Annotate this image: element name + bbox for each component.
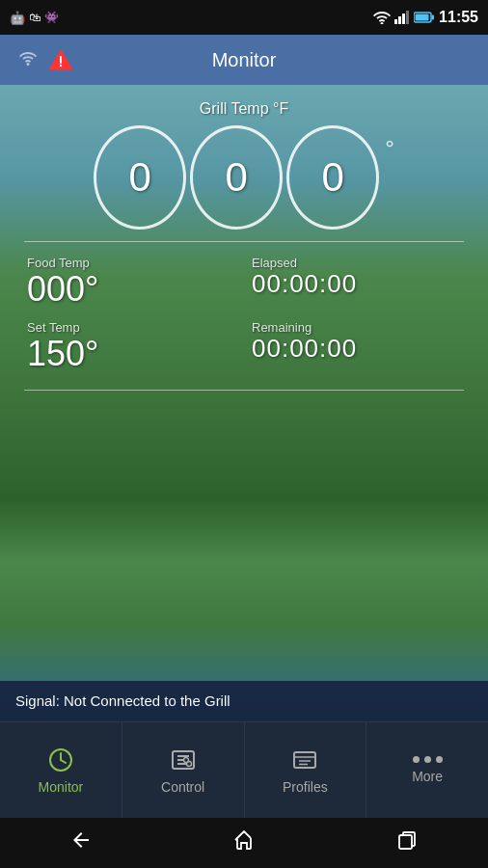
profiles-icon (291, 746, 318, 773)
more-label: More (412, 769, 443, 784)
app-bar-left-icons (15, 48, 73, 71)
warning-icon (48, 48, 73, 71)
status-icons-right: 11:55 (373, 9, 478, 26)
app-bar: Monitor (0, 35, 488, 85)
grill-temp-display: Grill Temp °F 0 0 0 ° (0, 85, 488, 230)
nav-item-more[interactable]: More (366, 722, 488, 818)
bottom-nav: Monitor Control Profiles More (0, 721, 488, 818)
remaining-label: Remaining (252, 320, 461, 335)
grill-temp-value: 0 0 0 ° (94, 125, 394, 230)
svg-rect-2 (398, 16, 401, 24)
battery-status-icon (414, 12, 435, 23)
svg-rect-6 (432, 15, 435, 20)
app-title: Monitor (212, 49, 277, 71)
dot-2 (424, 756, 431, 763)
monitor-label: Monitor (39, 779, 84, 795)
svg-rect-19 (294, 752, 315, 768)
nav-item-profiles[interactable]: Profiles (245, 722, 367, 818)
temp-digit-3: 0 (286, 125, 379, 230)
dot-3 (436, 756, 443, 763)
remaining-value: 00:00:00 (252, 335, 461, 363)
divider-2 (24, 390, 463, 391)
more-icon (413, 756, 443, 763)
food-temp-label: Food Temp (27, 256, 236, 270)
nav-item-monitor[interactable]: Monitor (0, 722, 122, 818)
nav-item-control[interactable]: Control (122, 722, 245, 818)
svg-rect-4 (406, 11, 409, 24)
signal-bar: Signal: Not Connected to the Grill (0, 681, 488, 721)
remaining-stat: Remaining 00:00:00 (244, 314, 469, 379)
svg-point-0 (381, 22, 384, 24)
temp-digit-2: 0 (190, 125, 283, 230)
elapsed-stat: Elapsed 00:00:00 (244, 250, 469, 314)
food-temp-value: 000° (27, 270, 236, 309)
temp-digit-1: 0 (94, 125, 186, 230)
stats-grid: Food Temp 000° Elapsed 00:00:00 Set Temp… (0, 242, 488, 386)
svg-rect-7 (416, 14, 429, 21)
svg-line-12 (61, 760, 66, 763)
back-button[interactable] (62, 821, 100, 865)
svg-rect-23 (399, 835, 412, 849)
elapsed-label: Elapsed (252, 256, 461, 270)
svg-rect-1 (394, 19, 397, 24)
recent-apps-button[interactable] (388, 821, 426, 865)
svg-point-9 (60, 65, 62, 67)
profiles-label: Profiles (283, 779, 328, 795)
set-temp-label: Set Temp (27, 320, 236, 335)
grill-temp-label: Grill Temp °F (200, 100, 288, 118)
wifi-off-icon (15, 49, 41, 70)
control-icon (170, 746, 197, 773)
signal-status-text: Signal: Not Connected to the Grill (15, 692, 230, 709)
control-label: Control (161, 779, 204, 795)
wifi-status-icon (373, 11, 391, 24)
status-bar: 🤖 🛍 👾 11:55 (0, 0, 488, 35)
food-temp-stat: Food Temp 000° (19, 250, 244, 314)
svg-point-8 (27, 63, 30, 66)
home-button[interactable] (225, 821, 263, 865)
grill-degree-symbol: ° (385, 135, 394, 162)
main-content: Grill Temp °F 0 0 0 ° Food Temp 000° Ela… (0, 85, 488, 721)
bag-status-icon: 🛍 (29, 11, 41, 24)
android-status-icon: 🤖 (10, 11, 25, 25)
time-display: 11:55 (439, 9, 478, 26)
svg-point-18 (186, 761, 191, 766)
signal-status-icon (394, 11, 410, 24)
svg-rect-3 (402, 14, 405, 24)
system-nav (0, 818, 488, 868)
elapsed-value: 00:00:00 (252, 270, 461, 298)
status-icons-left: 🤖 🛍 👾 (10, 11, 59, 25)
monitor-icon (47, 746, 74, 773)
dot-1 (413, 756, 420, 763)
set-temp-value: 150° (27, 335, 236, 373)
set-temp-stat: Set Temp 150° (19, 314, 244, 379)
face-status-icon: 👾 (44, 11, 59, 24)
